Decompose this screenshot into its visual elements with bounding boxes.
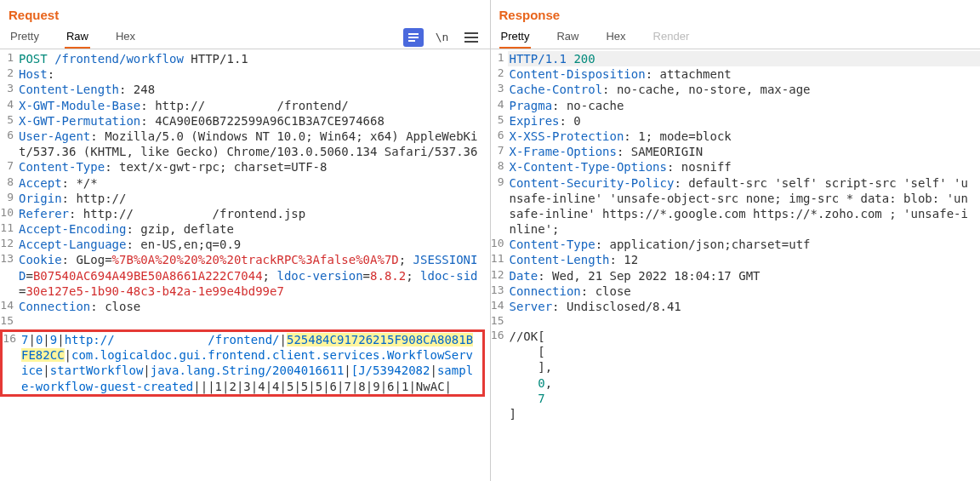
token: Content-Type: [510, 238, 595, 251]
token: /frontend/: [276, 99, 348, 112]
token: ldoc-version: [276, 269, 362, 283]
token: |: [43, 364, 49, 377]
token: [J/53942082: [351, 364, 430, 377]
code-line: 13Connection: close: [491, 283, 981, 299]
token: /frontend.jsp: [213, 207, 306, 220]
token: |: [65, 348, 71, 362]
line-number: 10: [491, 237, 508, 251]
token: =: [26, 269, 32, 283]
tab-raw[interactable]: Raw: [65, 26, 90, 48]
tab-resp-raw[interactable]: Raw: [555, 26, 580, 48]
line-number: 7: [491, 144, 508, 158]
tab-resp-render[interactable]: Render: [652, 26, 692, 48]
line-number: 1: [491, 51, 508, 66]
code-line: 15: [491, 314, 981, 329]
token: Accept: [19, 176, 62, 190]
token: |: [28, 333, 35, 346]
tab-pretty[interactable]: Pretty: [9, 26, 41, 48]
tab-resp-hex[interactable]: Hex: [604, 26, 627, 48]
token: 6: [330, 380, 337, 393]
token: 30e127e5-1b90-48c3-b42a-1e99e4bd99e7: [26, 284, 283, 298]
code-line: 12Accept-Language: en-US,en;q=0.9: [0, 237, 490, 252]
token: X-XSS-Protection: [510, 129, 624, 143]
token: |: [308, 380, 315, 393]
token: : 248: [119, 83, 155, 96]
code-line: 1HTTP/1.1 200: [491, 51, 981, 66]
token: startWorkflow: [50, 364, 144, 377]
code-line: 1POST /frontend/workflow HTTP/1.1: [0, 51, 490, 66]
token: ],: [510, 360, 553, 374]
token: |: [344, 364, 350, 377]
tab-hex[interactable]: Hex: [114, 26, 137, 48]
token: Accept-Language: [19, 238, 126, 251]
tab-resp-pretty[interactable]: Pretty: [499, 26, 532, 48]
request-code[interactable]: 1POST /frontend/workflow HTTP/1.12Host: …: [0, 49, 490, 481]
svg-rect-3: [464, 32, 478, 34]
token: : http://: [140, 99, 205, 112]
response-code[interactable]: 1HTTP/1.1 2002Content-Disposition: attac…: [491, 49, 981, 481]
token: [205, 99, 276, 112]
actions-icon[interactable]: [403, 28, 424, 47]
token: |: [366, 380, 373, 393]
code-line: ],: [491, 359, 981, 375]
request-tabs: Pretty Raw Hex \n: [0, 26, 490, 49]
newline-toggle-icon[interactable]: \n: [432, 28, 453, 47]
token: /frontend/workflow: [54, 52, 184, 66]
token: Content-Type: [19, 160, 105, 174]
line-number: 2: [491, 66, 508, 81]
token: X-Frame-Options: [510, 145, 617, 158]
token: Host: [19, 67, 48, 81]
line-number: 11: [491, 252, 508, 266]
token: |: [201, 380, 208, 393]
token: [: [510, 345, 545, 358]
code-line: 11Content-Length: 12: [491, 252, 981, 267]
token: : nosniff: [667, 160, 732, 174]
token: //OK[: [510, 329, 545, 343]
token: 5: [316, 380, 322, 393]
code-line: 6X-XSS-Protection: 1; mode=block: [491, 129, 981, 144]
token: Connection: [510, 284, 581, 298]
code-line: 7Content-Type: text/x-gwt-rpc; charset=U…: [0, 159, 490, 175]
token: Referer: [19, 207, 69, 220]
line-number: 12: [0, 237, 17, 251]
token: |: [280, 333, 287, 346]
line-number: 13: [491, 283, 508, 298]
token: |: [251, 380, 258, 393]
line-number: 8: [0, 175, 17, 190]
code-line: 12Date: Wed, 21 Sep 2022 18:04:17 GMT: [491, 268, 981, 283]
line-number: 9: [0, 191, 17, 205]
hamburger-icon[interactable]: [461, 28, 481, 47]
token: : 12: [610, 253, 639, 266]
token: |: [430, 364, 436, 377]
code-line: 16//OK[: [491, 329, 981, 344]
code-line: 14Server: Undisclosed/8.41: [491, 299, 981, 314]
svg-rect-2: [408, 40, 415, 42]
token: : application/json;charset=utf: [595, 238, 811, 251]
token: |: [143, 364, 150, 377]
token: : no-cache: [552, 99, 624, 112]
token: |: [43, 333, 49, 346]
line-number: 15: [0, 314, 17, 329]
token: [48, 52, 54, 66]
code-line: 7: [491, 391, 981, 406]
code-line: 14Connection: close: [0, 299, 490, 314]
token: Cookie: [19, 253, 62, 266]
token: |: [193, 380, 200, 393]
token: 3: [243, 380, 250, 393]
token: 4: [258, 380, 265, 393]
token: Origin: [19, 192, 62, 205]
code-line: 5Expires: 0: [491, 113, 981, 129]
token: : 0: [560, 114, 581, 128]
token: : SAMEORIGIN: [617, 145, 703, 158]
token: : http://: [62, 192, 127, 205]
token: Content-Security-Policy: [510, 176, 675, 190]
token: |: [380, 380, 387, 393]
line-number: 3: [0, 82, 17, 96]
response-title: Response: [499, 8, 561, 22]
line-number: 6: [491, 129, 508, 143]
token: Server: [510, 300, 553, 313]
token: %7B%0A%20%20%20%20trackRPC%3Afalse%0A%7D: [112, 253, 399, 266]
token: : close: [90, 300, 140, 313]
token: : GLog=: [62, 253, 112, 266]
token: Accept-Encoding: [19, 222, 126, 236]
